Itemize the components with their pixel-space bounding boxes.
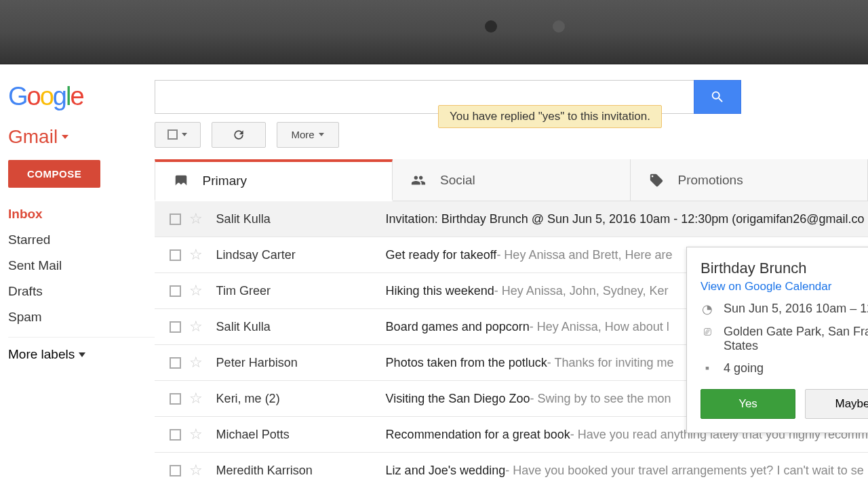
mail-sender: Tim Greer (216, 284, 386, 298)
location-icon: ⎚ (701, 325, 714, 339)
row-checkbox[interactable] (170, 465, 181, 476)
checkbox-icon (167, 129, 178, 140)
refresh-button[interactable] (212, 122, 266, 148)
event-location: Golden Gate Park, San Fra States (724, 325, 868, 353)
star-icon[interactable]: ☆ (189, 462, 203, 479)
rsvp-maybe-button[interactable]: Maybe (805, 389, 868, 419)
sidebar-item-inbox[interactable]: Inbox (8, 201, 155, 227)
mail-sender: Lindsay Carter (216, 248, 386, 262)
caret-down-icon (319, 133, 324, 136)
mail-subject: Liz and Joe's wedding (386, 464, 506, 478)
mail-preview: - Thanks for inviting me (547, 356, 674, 370)
star-icon[interactable]: ☆ (189, 318, 203, 336)
gmail-label-text: Gmail (8, 126, 58, 148)
search-button[interactable] (694, 80, 741, 114)
sidebar-item-spam[interactable]: Spam (8, 304, 155, 330)
mail-subject: Photos taken from the potluck (386, 356, 547, 370)
star-icon[interactable]: ☆ (189, 246, 203, 264)
star-icon[interactable]: ☆ (189, 354, 203, 371)
rsvp-yes-button[interactable]: Yes (701, 389, 795, 419)
caret-down-icon (182, 133, 187, 136)
mail-subject: Hiking this weekend (386, 284, 494, 298)
select-all-dropdown[interactable] (155, 122, 201, 148)
sidebar: Gmail COMPOSE Inbox Starred Sent Mail Dr… (0, 122, 155, 488)
more-label: More (292, 129, 315, 140)
search-icon (710, 89, 725, 104)
row-checkbox[interactable] (170, 285, 181, 297)
inbox-icon (172, 174, 191, 188)
mail-preview: - Hey Anissa, How about l (530, 320, 669, 334)
rsvp-toast: You have replied "yes" to this invitatio… (438, 105, 662, 128)
mail-preview: - Swing by to see the mon (530, 392, 671, 406)
more-labels-dropdown[interactable]: More labels (8, 337, 155, 371)
app-header: Google (0, 64, 868, 122)
mail-preview: - Hey Anissa, John, Sydney, Ker (494, 284, 669, 298)
device-bezel (0, 0, 868, 64)
mail-sender: Michael Potts (216, 428, 386, 442)
sidebar-item-starred[interactable]: Starred (8, 227, 155, 253)
google-logo: Google (7, 82, 90, 111)
mail-subject: Get ready for takeoff (386, 248, 497, 262)
clock-icon: ◔ (701, 302, 714, 317)
people-icon (409, 173, 428, 188)
sidebar-item-drafts[interactable]: Drafts (8, 279, 155, 304)
camera-dot (485, 20, 497, 33)
mail-preview: - Hey Anissa and Brett, Here are (496, 248, 672, 262)
tab-label: Promotions (678, 173, 743, 188)
compose-button[interactable]: COMPOSE (8, 160, 100, 188)
person-icon: ▪ (701, 361, 714, 375)
mail-sender: Keri, me (2) (216, 392, 386, 406)
tab-primary[interactable]: Primary (155, 159, 393, 201)
caret-down-icon (62, 135, 68, 139)
tab-label: Social (440, 173, 475, 188)
mail-subject: Recommendation for a great book (386, 428, 570, 442)
event-title: Birthday Brunch (701, 260, 868, 277)
mail-subject: Invitation: Birthday Brunch @ Sun Jun 5,… (386, 212, 865, 226)
star-icon[interactable]: ☆ (189, 282, 203, 300)
event-time: Sun Jun 5, 2016 10am – 12 (724, 302, 868, 316)
star-icon[interactable]: ☆ (189, 210, 203, 228)
star-icon[interactable]: ☆ (189, 390, 203, 407)
mail-sender: Peter Harbison (216, 356, 386, 370)
more-dropdown[interactable]: More (277, 122, 339, 148)
view-calendar-link[interactable]: View on Google Calendar (701, 280, 831, 293)
row-checkbox[interactable] (170, 357, 181, 369)
mail-subject: Board games and popcorn (386, 320, 530, 334)
row-checkbox[interactable] (170, 429, 181, 441)
gmail-dropdown[interactable]: Gmail (8, 122, 155, 160)
row-checkbox[interactable] (170, 249, 181, 261)
refresh-icon (232, 128, 245, 142)
caret-down-icon (79, 352, 85, 357)
event-preview-card: Birthday Brunch View on Google Calendar … (686, 247, 868, 433)
mail-row[interactable]: ☆Salit KullaInvitation: Birthday Brunch … (155, 201, 868, 237)
mail-sender: Salit Kulla (216, 212, 386, 226)
tab-label: Primary (203, 174, 247, 188)
sidebar-item-sent[interactable]: Sent Mail (8, 253, 155, 279)
camera-dot (553, 20, 565, 33)
event-attendance: 4 going (724, 361, 764, 375)
more-labels-text: More labels (8, 347, 75, 362)
tab-promotions[interactable]: Promotions (631, 159, 868, 201)
mail-row[interactable]: ☆Meredith KarrisonLiz and Joe's wedding … (155, 453, 868, 488)
mail-preview: - Have you booked your travel arrangemen… (505, 464, 864, 478)
row-checkbox[interactable] (170, 321, 181, 333)
row-checkbox[interactable] (170, 393, 181, 405)
star-icon[interactable]: ☆ (189, 426, 203, 443)
tab-social[interactable]: Social (393, 159, 630, 201)
mail-sender: Meredith Karrison (216, 464, 386, 478)
mail-subject: Visiting the San Diego Zoo (386, 392, 530, 406)
row-checkbox[interactable] (170, 214, 181, 225)
category-tabs: Primary Social Promotions (155, 159, 868, 201)
tag-icon (647, 173, 666, 188)
mail-sender: Salit Kulla (216, 320, 386, 334)
